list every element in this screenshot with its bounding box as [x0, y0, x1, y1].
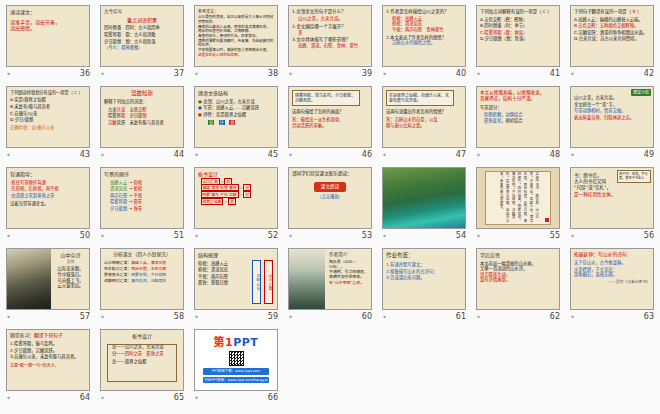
slide-text-line: 高峰入云 → 仰视	[104, 180, 180, 186]
slide-text-line: ·由清晨之景到黄昏之景	[10, 193, 86, 199]
slide-footer: ✦46	[288, 149, 372, 159]
animation-indicator-icon: ✦	[6, 151, 11, 158]
slide-text-line: 总 分 总	[198, 120, 274, 126]
slide-thumbnail[interactable]: 下列朗读停顿划分有误的一项是（ C ）A.实是/欲界之仙都B.未复有/能与其奇者…	[6, 86, 90, 148]
slide-footer: ✦57	[6, 311, 90, 321]
slide-footer: ✦44	[100, 149, 184, 159]
slide-number: 63	[644, 312, 654, 321]
slide-text-line: 表达热爱自然、归隐林泉之志。	[574, 115, 650, 121]
slide-thumbnail[interactable]: 参考译文：山川景色的美丽，自古以来就是文人雅士共同欣赏赞叹的。巍峨的山峰耸入云端…	[194, 5, 278, 67]
slide-thumbnail[interactable]: 诵读课文：读准字音，读出节奏，读出感情。	[6, 5, 90, 67]
slide-text-line: ● 总领：山川之美，古来共谈	[198, 99, 274, 105]
slide-thumbnail[interactable]: 分析课文（四人小组探究）山水相映之美：高峰入云，清流见底色彩配合之美：两岸石壁，…	[100, 248, 184, 310]
slide-thumbnail[interactable]: 第1PPTPPT模板下载：www.1ppt.com行业PPT模板：www.1pp…	[194, 329, 278, 391]
slide-thumbnail[interactable]: 学后反思本文宛如一幅清丽的山水画，又像一首流动的山水诗，语言精练生动，富有诗情画…	[476, 248, 560, 310]
animation-indicator-icon: ✦	[570, 70, 575, 77]
slide-text-line: 晓雾将歇 → 晨景	[104, 199, 180, 205]
slide-text-line: 仰观俯察，动静结合	[480, 112, 556, 118]
slide-cell: 参考译文：山川景色的美丽，自古以来就是文人雅士共同欣赏赞叹的。巍峨的山峰耸入云端…	[189, 5, 283, 78]
animation-indicator-icon: ✦	[194, 70, 199, 77]
slide-thumbnail[interactable]: 下列句子翻译有误的一项是（ B ）A.高峰入云：巍峨的山峰耸入云端。B.五色交辉…	[570, 5, 654, 67]
slide-thumbnail[interactable]: 作业布置：1.背诵并默写课文；2.搜集描写山水的古诗句；3.完成课后练习题。	[382, 248, 466, 310]
slide-cell: 作业布置：1.背诵并默写课文；2.搜集描写山水的古诗句；3.完成课后练习题。✦6…	[377, 248, 471, 321]
slide-thumbnail[interactable]: 请同学们欣赏课文配乐朗读：课文朗读（点击播放）	[288, 167, 372, 229]
slide-text-line: 平视：两岸石壁 青林翠竹	[386, 27, 462, 33]
slide-cell: 山中杂诗吴均山际见来烟，竹中窥落日。鸟向檐上飞，云从窗里出。✦57	[1, 248, 95, 321]
slide-text-line: 富有诗情画意。	[480, 277, 556, 283]
slide-number: 56	[644, 231, 654, 240]
slide-thumbnail[interactable]: 写景的顺序高峰入云 → 仰视清流见底 → 俯视两岸石壁 → 平视晓雾将歇 → 晨…	[100, 167, 184, 229]
animation-indicator-icon: ✦	[100, 394, 105, 401]
slide-thumbnail[interactable]: 下列加点词解释有误的一项是（ C ）A.五色交辉（辉：辉映）B.四时俱备（时：季…	[476, 5, 560, 67]
slide-footer: ✦38	[194, 68, 278, 78]
slide-thumbnail[interactable]: 温故知新解释下列加点的词语：古来共谈 五色交辉晓雾将歇 夕日欲颓沉鳞竞跃 未复有…	[100, 86, 184, 148]
slide-thumbnail[interactable]: 谢中书：谢徵，字元度，曾任中书舍人书：即书信，古人的书信又叫“尺牍”或“信札”，…	[570, 167, 654, 229]
text-run: ）	[546, 9, 552, 14]
slide-text-line: 清晨的薄雾将要消散时，传来猿、鸟此起彼伏的鸣叫声；	[198, 39, 274, 48]
slide-thumbnail[interactable]: 课堂小结山川之美，古来共谈。全文抓住一个“美”字，写景动静相衬，情景交融，表达热…	[570, 86, 654, 148]
slide-thumbnail[interactable]: 作者简介陶弘景（456—536），字通明，号华阳隐居，南朝齐梁时思想家。有“山中…	[288, 248, 372, 310]
slide-text-line: 夕日欲颓 颓：古义指坠落	[104, 39, 180, 45]
slide-thumbnail[interactable]: 1.总领全文的句子是什么？山川之美，古来共谈。2.全文围绕哪一个字展开？美3.文…	[288, 5, 372, 67]
slide-thumbnail[interactable]: 晓雾将歇，猿鸟乱鸣；夕日欲颓，沉鳞竞跃。这两句描绘了怎样的画面？答：描绘出一派生…	[288, 86, 372, 148]
animation-indicator-icon: ✦	[194, 394, 199, 401]
text-run: 晓雾将歇	[110, 199, 127, 204]
text-run: 分	[243, 191, 251, 198]
slide-cell: 1.作者是怎样描绘山川之美的？仰视：高峰入云俯视：清流见底平视：两岸石壁 青林翠…	[377, 5, 471, 78]
slide-cell: 下列加点词解释有误的一项是（ C ）A.五色交辉（辉：辉映）B.四时俱备（时：季…	[471, 5, 565, 78]
slide-thumbnail[interactable]: 1.作者是怎样描绘山川之美的？仰视：高峰入云俯视：清流见底平视：两岸石壁 青林翠…	[382, 5, 466, 67]
animation-indicator-icon: ✦	[194, 151, 199, 158]
slide-text-line: D.夕日/欲颓	[10, 117, 86, 123]
slide-text-line: 这两句描绘了怎样的画面？	[292, 109, 368, 115]
slide-number: 42	[644, 69, 654, 78]
slide-thumbnail[interactable]: 拓展延伸：写山水的诗句天下佳山水，古今推富春。水皆缥碧，千丈见底；游鱼细石，直视…	[570, 248, 654, 310]
slide-thumbnail[interactable]: 结构梳理仰视：高峰入云俯视：清流见底平视：两岸石壁晨昏：雾歇日颓山川之美沉醉山水	[194, 248, 278, 310]
slide-text-line: 晓雾将歇，猿鸟乱鸣；夕日欲颓，沉鳞竞跃。	[292, 90, 360, 106]
slide-thumbnail[interactable]: 板书设计山川之美—总高峰 清流 石壁 青林—分晓雾 猿鸟 夕日 沉鳞—分欲界之仙…	[194, 167, 278, 229]
slide-thumbnail[interactable]: 实是欲界之仙都。自康乐以来，未复有能与其奇者。这两句流露出作者怎样的情感？答：沉…	[382, 86, 466, 148]
animation-indicator-icon: ✦	[288, 151, 293, 158]
slide-thumbnail[interactable]: 古今异义重点词语积累四时俱备 四时：古义指四季晓雾将歇 歇：古义指消散夕日欲颓 …	[100, 5, 184, 67]
slide-footer: ✦65	[100, 392, 184, 402]
text-run: 五色	[125, 107, 138, 112]
slide-text-line: 板书设计	[104, 333, 180, 340]
slide-footer: ✦52	[194, 230, 278, 240]
animation-indicator-icon: ✦	[382, 313, 387, 320]
slide-number: 49	[644, 150, 654, 159]
text-run: 总	[229, 120, 235, 125]
slide-thumbnail[interactable]: 随堂练习：翻译下列句子1.晓雾将歇，猿鸟乱鸣。2.夕日欲颓，沉鳞竞跃。3.自康乐…	[6, 329, 90, 391]
slide-text-line: 首尾呼应，结构十分严谨。	[480, 96, 556, 102]
slide-footer: ✦43	[6, 149, 90, 159]
slide-text-line: 仰视：高峰入云	[198, 261, 249, 267]
text-run: 猿鸟乱鸣，沉鳞竞跃	[131, 278, 166, 283]
slide-footer: ✦50	[6, 230, 90, 240]
text-run: 两岸石壁	[110, 193, 127, 198]
slide-cell: 背诵指导：·抓住写景顺序背诵·先仰视，后俯视，再平视·由清晨之景到黄昏之景试着当…	[1, 167, 95, 240]
text-run: 平视	[134, 193, 143, 198]
slide-footer: ✦40	[382, 68, 466, 78]
slide-text-line: 3.完成课后练习题。	[386, 275, 462, 281]
slide-thumbnail[interactable]: 板书设计总——山川之美，古来共谈分——四时之景 晨昏之景总——欲界之仙都	[100, 329, 184, 391]
red-seal	[545, 218, 549, 222]
slide-thumbnail[interactable]	[382, 167, 466, 229]
text-run: 动静相衬之美：	[104, 278, 131, 283]
slide-footer: ✦62	[476, 311, 560, 321]
slide-text-line: 重点词语积累	[104, 17, 180, 24]
ink-painting	[7, 249, 51, 309]
slide-thumbnail[interactable]: 本文以感慨发端，以感慨收束，首尾呼应，结构十分严谨。写景部分：仰观俯察，动静结合…	[476, 86, 560, 148]
slide-thumbnail[interactable]: 答谢中书书 陶弘景 山川之美，古来共谈。高峰入云，清流见底。两岸石壁，五色交辉。…	[476, 167, 560, 229]
slide-number: 45	[268, 150, 278, 159]
slide-number: 61	[456, 312, 466, 321]
slide-footer: ✦45	[194, 149, 278, 159]
slide-cell: 写景的顺序高峰入云 → 仰视清流见底 → 俯视两岸石壁 → 平视晓雾将歇 → 晨…	[95, 167, 189, 240]
category-link-bar: 行业PPT模板：www.1ppt.com/hangye/	[203, 377, 269, 383]
slide-thumbnail[interactable]: 理清文章结构● 总领：山川之美，古来共谈● 写景：高峰入云……沉鳞竞跃● 抒怀：…	[194, 86, 278, 148]
text-run: ，视听结合	[501, 118, 522, 123]
slide-text-line: 南朝齐梁时思想家。	[329, 274, 368, 279]
audio-play-button: 课文朗读	[314, 182, 346, 192]
animation-indicator-icon: ✦	[100, 232, 105, 239]
text-run: 其奇者	[151, 120, 164, 125]
animation-indicator-icon: ✦	[288, 313, 293, 320]
slide-thumbnail[interactable]: 背诵指导：·抓住写景顺序背诵·先仰视，后俯视，再平视·由清晨之景到黄昏之景试着当…	[6, 167, 90, 229]
slide-thumbnail[interactable]: 山中杂诗吴均山际见来烟，竹中窥落日。鸟向檐上飞，云从窗里出。	[6, 248, 90, 310]
